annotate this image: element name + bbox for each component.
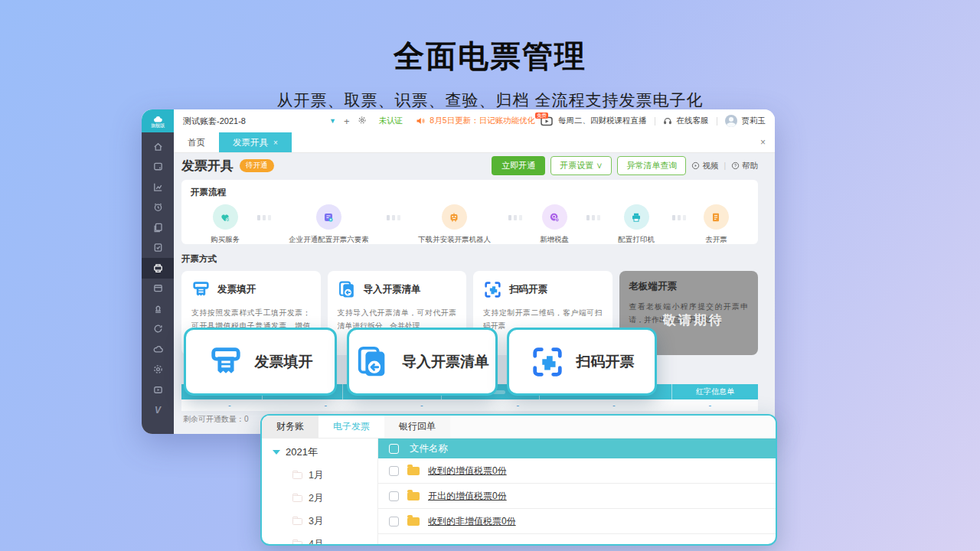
scan-qr-icon — [483, 280, 502, 299]
step-configure-elements[interactable]: 企业开通配置开票六要素 — [289, 204, 369, 245]
file-link[interactable]: 收到的非增值税票0份 — [428, 515, 516, 528]
process-steps: 购买服务 企业开通配置开票六要素 下载并安装开票机器人 — [191, 198, 749, 245]
hero: 全面电票管理 从开票、取票、识票、查验、归档 全流程支持发票电子化 — [0, 35, 980, 111]
gear-icon[interactable] — [358, 116, 367, 126]
step-install-robot[interactable]: 下载并安装开票机器人 — [418, 204, 491, 245]
username[interactable]: 贾莉玉 — [742, 116, 766, 126]
chevron-down-icon: ▼ — [329, 117, 336, 125]
tree-node-2021[interactable]: 2021年 — [273, 445, 377, 459]
table-row: 收到的非增值税票0份 — [378, 509, 776, 534]
step-buy-service[interactable]: 购买服务 — [211, 204, 240, 245]
add-account-button[interactable]: + — [344, 116, 350, 126]
sidebar-item-v[interactable]: V — [142, 400, 174, 421]
table-row: 收到的增值税票0份 — [378, 458, 776, 484]
close-all-tabs-icon[interactable]: × — [751, 132, 775, 152]
auth-status-badge[interactable]: 未认证 — [379, 116, 403, 126]
triangle-down-icon — [273, 450, 280, 455]
account-selector[interactable]: 测试账套-2021-8 ▼ — [183, 116, 336, 127]
tab-e-invoice[interactable]: 电子发票 — [318, 416, 384, 438]
app-logo: 旗舰版 — [142, 109, 174, 132]
import-list-icon — [338, 280, 357, 299]
invoice-print-icon — [191, 280, 211, 299]
sidebar-item-checked-doc[interactable] — [142, 238, 174, 259]
table-header: 文件名称 — [378, 439, 776, 458]
sidebar-item-sync[interactable] — [142, 319, 174, 340]
invoice-print-icon — [208, 344, 243, 380]
tab-invoice-issue[interactable]: 发票开具 × — [219, 132, 292, 152]
robot-icon — [442, 204, 467, 230]
tree-node-month[interactable]: 2月 — [292, 492, 377, 505]
tab-close-icon[interactable]: × — [273, 139, 278, 147]
window-header: 旗舰版 测试账套-2021-8 ▼ + 未认证 8月5日更新：日记账功能优化 免… — [142, 109, 775, 132]
column-file-name: 文件名称 — [410, 442, 448, 455]
sidebar-item-stamp[interactable] — [142, 298, 174, 319]
folder-icon — [292, 495, 302, 502]
table-row: 开出的增值税票0份 — [378, 484, 776, 509]
folder-icon — [292, 541, 302, 546]
free-badge: 免费 — [535, 112, 548, 119]
step-separator — [257, 215, 271, 220]
step-separator — [672, 215, 686, 220]
row-checkbox[interactable] — [389, 466, 399, 476]
question-circle-icon — [731, 161, 740, 170]
step-separator — [387, 215, 400, 220]
headset-icon — [663, 116, 672, 126]
header-right: 8月5日更新：日记账功能优化 免费 每周二、四财税课程直播 在线客服 贾莉玉 — [416, 115, 775, 127]
feature-card-scan-invoice[interactable]: 扫码开票 — [507, 328, 657, 396]
file-link[interactable]: 收到的增值税票0份 — [428, 465, 507, 478]
tab-bank-receipt[interactable]: 银行回单 — [384, 416, 450, 438]
invoice-process-panel: 开票流程 购买服务 企业开通配置开票六要素 — [181, 180, 758, 244]
select-all-checkbox[interactable] — [389, 444, 399, 454]
live-notice[interactable]: 每周二、四财税课程直播 — [558, 116, 647, 126]
step-add-tax-disk[interactable]: 新增税盘 — [540, 204, 569, 245]
sidebar-item-vouchers[interactable] — [142, 217, 174, 238]
step-separator — [508, 215, 522, 220]
tab-home[interactable]: 首页 — [174, 132, 219, 152]
sidebar-item-card[interactable] — [142, 279, 174, 299]
sidebar-item-video[interactable] — [142, 380, 174, 400]
ribbon-segment-red-letter[interactable]: 红字信息单 — [672, 384, 758, 399]
feature-card-invoice-fill[interactable]: 发票填开 — [184, 328, 337, 396]
video-link[interactable]: 视频 — [691, 161, 718, 171]
invoice-settings-button[interactable]: 开票设置 ∨ — [550, 156, 612, 175]
sidebar-item-alarm[interactable] — [142, 197, 174, 218]
file-link[interactable]: 开出的增值税票0份 — [428, 490, 507, 503]
page-title: 发票开具 — [181, 157, 234, 174]
row-checkbox[interactable] — [389, 491, 399, 501]
live-video-icon: 免费 — [540, 116, 554, 126]
abnormal-list-query-button[interactable]: 异常清单查询 — [617, 156, 686, 175]
tree-node-month[interactable]: 3月 — [292, 515, 377, 528]
tab-finance-account[interactable]: 财务账 — [262, 416, 318, 438]
tree-node-month[interactable]: 4月 — [292, 538, 377, 546]
folder-icon — [407, 517, 420, 526]
sidebar-item-invoice-active[interactable] — [142, 258, 174, 279]
process-title: 开票流程 — [191, 187, 749, 198]
sidebar-item-reports[interactable] — [142, 177, 174, 197]
sidebar-item-home[interactable] — [142, 136, 174, 157]
cloud-logo-icon — [152, 115, 163, 122]
help-link[interactable]: 帮助 — [731, 161, 758, 171]
avatar[interactable] — [725, 115, 737, 127]
sidebar-item-workbench[interactable] — [142, 157, 174, 178]
step-go-invoice[interactable]: 去开票 — [704, 204, 729, 245]
divider — [655, 117, 655, 126]
panel-body: 2021年 1月 2月 3月 4月 文件名称 收到的增值税票0份 — [262, 439, 776, 546]
step-configure-printer[interactable]: 配置打印机 — [618, 204, 655, 245]
speaker-icon — [416, 116, 425, 126]
remaining-count: 剩余可开通数量：0 — [183, 414, 249, 425]
folder-icon — [407, 467, 420, 475]
activate-now-button[interactable]: 立即开通 — [492, 156, 545, 175]
support-link[interactable]: 在线客服 — [677, 116, 709, 126]
update-notice[interactable]: 8月5日更新：日记账功能优化 — [430, 116, 535, 126]
page-actions: 立即开通 开票设置 ∨ 异常清单查询 视频 | 帮助 — [492, 156, 758, 175]
scan-qr-icon — [530, 344, 565, 380]
feature-card-import-list[interactable]: 导入开票清单 — [347, 328, 498, 396]
receipt-icon — [704, 204, 729, 230]
sidebar-item-cloud[interactable] — [142, 339, 174, 360]
sidebar-item-settings[interactable] — [142, 360, 174, 380]
sidebar: V — [142, 132, 174, 434]
row-checkbox[interactable] — [389, 517, 399, 527]
folder-icon — [407, 492, 420, 500]
tree-node-month[interactable]: 1月 — [292, 469, 377, 482]
import-list-icon — [355, 344, 390, 380]
